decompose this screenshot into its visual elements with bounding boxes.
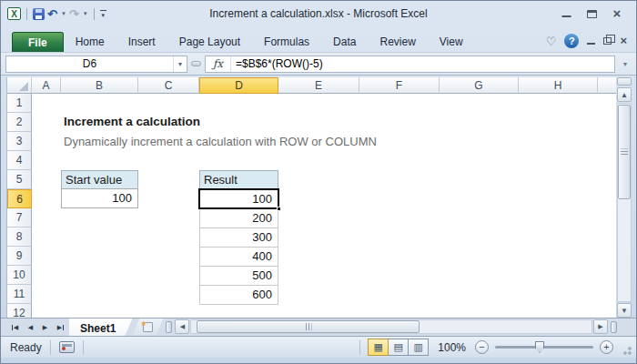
zoom-in-button[interactable]: + xyxy=(600,340,613,354)
row-header-7[interactable]: 7 xyxy=(7,208,32,228)
undo-dropdown-icon[interactable]: ▼ xyxy=(61,11,66,16)
zoom-out-button[interactable]: − xyxy=(475,340,489,354)
cell-result-6[interactable]: 600 xyxy=(199,285,278,305)
row-header-4[interactable]: 4 xyxy=(7,151,32,170)
zoom-slider-thumb[interactable] xyxy=(535,341,544,353)
cell-subtitle-text[interactable]: Dynamically increment a calculation with… xyxy=(64,135,377,148)
zoom-slider[interactable] xyxy=(495,346,593,349)
tab-formulas[interactable]: Formulas xyxy=(252,32,321,52)
formula-bar-handle[interactable] xyxy=(191,61,201,66)
excel-app-icon[interactable]: X xyxy=(7,7,21,20)
horizontal-scroll-thumb[interactable] xyxy=(197,320,420,333)
row-header-2[interactable]: 2 xyxy=(7,113,32,132)
ribbon-right-controls: ♡ ? × xyxy=(546,34,627,48)
cell-result-4[interactable]: 400 xyxy=(199,247,278,267)
resize-grip[interactable] xyxy=(621,344,632,356)
column-header-a[interactable]: A xyxy=(32,77,61,94)
sheet-nav-next-button[interactable]: ▶ xyxy=(38,320,52,335)
horizontal-scrollbar[interactable]: ◀ ▶ xyxy=(175,318,608,336)
tab-split-handle[interactable] xyxy=(166,321,172,333)
column-header-d[interactable]: D xyxy=(199,77,278,94)
maximize-button[interactable] xyxy=(585,8,598,19)
row-header-12[interactable]: 12 xyxy=(7,304,32,318)
cell-start-value-header[interactable]: Start value xyxy=(61,170,138,189)
cell-title-text[interactable]: Increment a calculation xyxy=(64,115,200,128)
row-header-3[interactable]: 3 xyxy=(7,132,32,151)
column-header-c[interactable]: C xyxy=(138,77,199,94)
row-header-10[interactable]: 10 xyxy=(7,266,32,285)
cell-result-selected[interactable]: 100 xyxy=(198,188,279,209)
tab-review[interactable]: Review xyxy=(368,32,427,52)
undo-icon[interactable]: ↶ xyxy=(47,8,57,20)
row-header-1[interactable]: 1 xyxy=(7,94,32,113)
save-icon[interactable] xyxy=(33,8,45,20)
minimize-icon xyxy=(561,15,571,17)
view-page-layout-button[interactable]: ▤ xyxy=(388,339,409,356)
formula-input[interactable] xyxy=(231,56,614,72)
cell-result-3[interactable]: 300 xyxy=(199,228,278,248)
cell-result-5[interactable]: 500 xyxy=(199,266,278,286)
tab-data[interactable]: Data xyxy=(321,32,368,52)
sheet-nav-prev-button[interactable]: ◀ xyxy=(24,320,37,335)
vertical-split-handle[interactable] xyxy=(617,77,632,86)
column-header-e[interactable]: E xyxy=(278,77,359,94)
sheet-nav-first-button[interactable]: ◀ xyxy=(9,320,23,335)
insert-worksheet-button[interactable]: ★ xyxy=(132,318,163,336)
column-header-g[interactable]: G xyxy=(440,77,519,94)
zoom-level[interactable]: 100% xyxy=(438,341,466,354)
row-header-8[interactable]: 8 xyxy=(7,228,32,247)
title-bar: X ↶ ▼ ↷ ▼ ▼ Increment a calculation.xlsx… xyxy=(1,1,636,26)
customize-qat-button[interactable]: ▼ xyxy=(100,10,106,18)
name-box-value[interactable]: D6 xyxy=(6,56,173,72)
macro-record-button[interactable] xyxy=(59,341,75,353)
view-normal-button[interactable]: ▦ xyxy=(368,339,389,356)
tab-view[interactable]: View xyxy=(428,32,475,52)
cell-result-header[interactable]: Result xyxy=(199,170,278,189)
vertical-scroll-track[interactable] xyxy=(617,103,632,302)
cell-area[interactable]: Increment a calculation Dynamically incr… xyxy=(32,94,616,318)
tab-split-handle-right[interactable] xyxy=(611,321,617,333)
column-header-h[interactable]: H xyxy=(519,77,598,94)
cell-result-2[interactable]: 200 xyxy=(199,208,278,228)
column-header-b[interactable]: B xyxy=(61,77,138,94)
sheet-nav-last-button[interactable]: ▶ xyxy=(53,320,66,335)
scroll-down-button[interactable]: ▼ xyxy=(617,303,632,318)
row-header-11[interactable]: 11 xyxy=(7,285,32,304)
vertical-scroll-thumb[interactable] xyxy=(618,105,631,199)
sheet-tab-bar: ◀ ◀ ▶ ▶ Sheet1 ★ ◀ ▶ xyxy=(1,318,636,336)
minimize-button[interactable] xyxy=(560,8,572,19)
vertical-scrollbar[interactable]: ▲ ▼ xyxy=(616,77,632,318)
name-box-dropdown-icon[interactable]: ▼ xyxy=(173,56,187,72)
close-button[interactable]: × xyxy=(611,8,623,19)
row-header-9[interactable]: 9 xyxy=(7,247,32,266)
row-header-6[interactable]: 6 xyxy=(7,189,32,208)
workbook-minimize-button[interactable] xyxy=(587,37,595,45)
fill-handle[interactable] xyxy=(277,207,281,211)
sheet-tab-sheet1[interactable]: Sheet1 xyxy=(69,318,132,336)
horizontal-scroll-track[interactable] xyxy=(190,319,592,334)
divider xyxy=(94,8,95,20)
select-all-corner[interactable] xyxy=(7,77,32,94)
cell-start-value[interactable]: 100 xyxy=(61,188,138,208)
view-page-break-button[interactable]: ▥ xyxy=(408,339,429,356)
scroll-right-button[interactable]: ▶ xyxy=(593,319,608,334)
formula-bar-expand-icon[interactable]: ▼ xyxy=(619,61,632,67)
help-button[interactable]: ? xyxy=(564,34,579,48)
scroll-left-button[interactable]: ◀ xyxy=(175,319,189,334)
tab-page-layout[interactable]: Page Layout xyxy=(167,32,252,52)
tab-home[interactable]: Home xyxy=(64,32,116,52)
chevron-down-icon: ▼ xyxy=(100,13,106,18)
grid-body: 1 2 3 4 5 6 7 8 9 10 11 12 Increment a c… xyxy=(7,94,616,318)
redo-icon[interactable]: ↷ xyxy=(69,8,79,20)
tab-file[interactable]: File xyxy=(12,32,64,52)
name-box[interactable]: D6 ▼ xyxy=(5,56,187,73)
workbook-close-button[interactable]: × xyxy=(620,36,627,46)
scroll-up-button[interactable]: ▲ xyxy=(617,87,632,102)
column-header-f[interactable]: F xyxy=(359,77,440,94)
heart-icon[interactable]: ♡ xyxy=(546,35,557,47)
row-header-5[interactable]: 5 xyxy=(7,170,32,189)
tab-insert[interactable]: Insert xyxy=(116,32,167,52)
insert-function-icon[interactable]: ƒx xyxy=(206,56,231,72)
redo-dropdown-icon[interactable]: ▼ xyxy=(83,11,88,16)
workbook-restore-button[interactable] xyxy=(603,37,612,45)
